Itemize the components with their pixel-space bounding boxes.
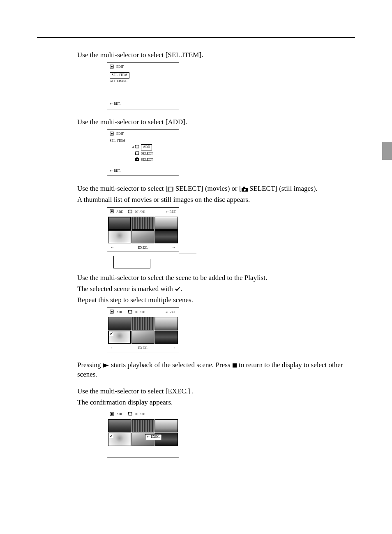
screen-confirm: ADD 001/001 ✔ ↩ EXEC. (107, 410, 179, 458)
svg-rect-25 (111, 311, 113, 312)
thumbnail (131, 331, 154, 344)
thumbnail (108, 419, 131, 432)
playlist-icon (110, 209, 114, 215)
stop-icon (232, 363, 237, 368)
text-fragment: Use the multi-selector to select [ (77, 185, 168, 192)
thumb-hdr-add: ADD (116, 210, 123, 215)
text-fragment: SELECT] (movies) or [ (173, 185, 241, 192)
callout-line (179, 254, 196, 254)
svg-marker-29 (103, 363, 109, 368)
checkmark-icon: ✔ (109, 332, 113, 336)
thumb-count: 001/001 (135, 310, 145, 315)
step-add: Use the multi-selector to select [ADD]. (77, 118, 348, 127)
text-fragment: SELECT] (still images). (248, 185, 318, 192)
step-select-type-sub: A thumbnail list of movies or still imag… (77, 195, 348, 205)
thumb-count: 001/001 (135, 210, 145, 215)
callout-line (179, 254, 179, 265)
svg-rect-20 (111, 210, 113, 212)
step-select-scene-sub2: Repeat this step to select multiple scen… (77, 296, 348, 305)
thumbnail (131, 317, 154, 330)
confirm-exec-box: ↩ EXEC. (145, 434, 162, 440)
thumb-hdr-add: ADD (116, 310, 123, 315)
thumbnail (131, 230, 154, 243)
playlist-icon (110, 65, 114, 70)
checkmark-icon (175, 286, 180, 292)
svg-rect-17 (243, 187, 245, 188)
thumb-count: 001/001 (135, 412, 145, 417)
submenu-movie-select: SELECT (141, 152, 153, 156)
menu-title: EDIT (116, 132, 124, 136)
svg-rect-7 (136, 152, 139, 155)
camera-icon (242, 187, 248, 192)
thumbnail (131, 419, 154, 432)
movie-icon (128, 412, 132, 417)
thumb-ret: RET. (169, 310, 176, 315)
svg-rect-21 (129, 210, 132, 213)
movie-icon (135, 145, 139, 150)
screen-sel-item: EDIT SEL. ITEM ALL ERASE ↩ RET. (107, 62, 179, 109)
svg-rect-4 (136, 145, 139, 148)
svg-rect-30 (233, 363, 237, 368)
movie-icon (128, 310, 132, 315)
thumbnail (108, 317, 131, 330)
playlist-icon (110, 132, 114, 137)
thumb-exec: EXEC. (138, 345, 148, 350)
return-icon: ↩ (166, 310, 168, 315)
svg-rect-26 (129, 310, 132, 313)
svg-point-18 (244, 189, 246, 191)
step-select-scene: Use the multi-selector to select the sce… (77, 273, 348, 283)
menu-item-sel: SEL. ITEM (110, 139, 125, 143)
step-exec-sub: The confirmation display appears. (77, 398, 348, 407)
top-rule (37, 37, 355, 38)
menu-ret: RET. (114, 169, 121, 173)
menu-item-all: ALL ERASE (110, 79, 127, 84)
confirm-exec-label: EXEC. (151, 435, 160, 439)
screen-add: EDIT SEL. ITEM ◂ ADD SELECT SE (107, 129, 179, 176)
return-icon: ↩ (166, 210, 168, 215)
step-select-type: Use the multi-selector to select [ SELEC… (77, 184, 348, 194)
movie-icon (128, 210, 132, 215)
menu-item-sel: SEL. ITEM (110, 72, 129, 79)
movie-icon (135, 151, 139, 157)
next-arrow-icon: → (172, 245, 175, 250)
svg-rect-1 (111, 66, 113, 67)
thumbnail (131, 217, 154, 230)
thumb-exec: EXEC. (138, 245, 148, 250)
prev-arrow-icon: ← (111, 345, 114, 350)
callout-line (113, 256, 114, 268)
svg-rect-11 (136, 157, 138, 158)
screen-thumbnails-2: ADD 001/001 ↩ RET. ✔ ← (107, 307, 179, 352)
step-playback-note: Pressing starts playback of the selected… (77, 361, 348, 379)
checkmark-icon: ✔ (109, 434, 113, 438)
text-fragment: Pressing (77, 361, 103, 369)
step-sel-item: Use the multi-selector to select [SEL.IT… (77, 51, 348, 60)
thumbnail (155, 217, 178, 230)
callout-line (113, 268, 150, 268)
screen-thumbnails-1: ADD 001/001 ↩ RET. (107, 207, 179, 252)
chevron-left-icon: ◂ (132, 145, 134, 150)
thumbnail (155, 317, 178, 330)
thumbnail (108, 217, 131, 230)
submenu-add: ADD (141, 144, 152, 150)
return-icon: ↩ (110, 102, 113, 106)
side-tab (382, 142, 392, 160)
thumbnail (155, 419, 178, 432)
playlist-icon (110, 310, 114, 315)
svg-rect-32 (111, 413, 113, 415)
text-fragment: starts playback of the selected scene. P… (109, 361, 232, 369)
movie-icon (168, 187, 173, 192)
thumb-hdr-add: ADD (116, 412, 123, 417)
callout-line (150, 259, 150, 268)
thumbnail: ✔ (108, 433, 131, 446)
thumbnail (155, 331, 178, 344)
svg-rect-3 (111, 133, 113, 134)
return-icon: ↩ (147, 435, 150, 439)
submenu-still-select: SELECT (141, 158, 153, 162)
step-exec: Use the multi-selector to select [EXEC.]… (77, 387, 348, 396)
text-fragment: The selected scene is marked with (77, 285, 175, 293)
text-fragment: . (180, 285, 182, 293)
camera-icon (135, 157, 139, 163)
thumbnail (155, 230, 178, 243)
menu-ret: RET. (114, 102, 121, 106)
menu-title: EDIT (116, 65, 124, 69)
